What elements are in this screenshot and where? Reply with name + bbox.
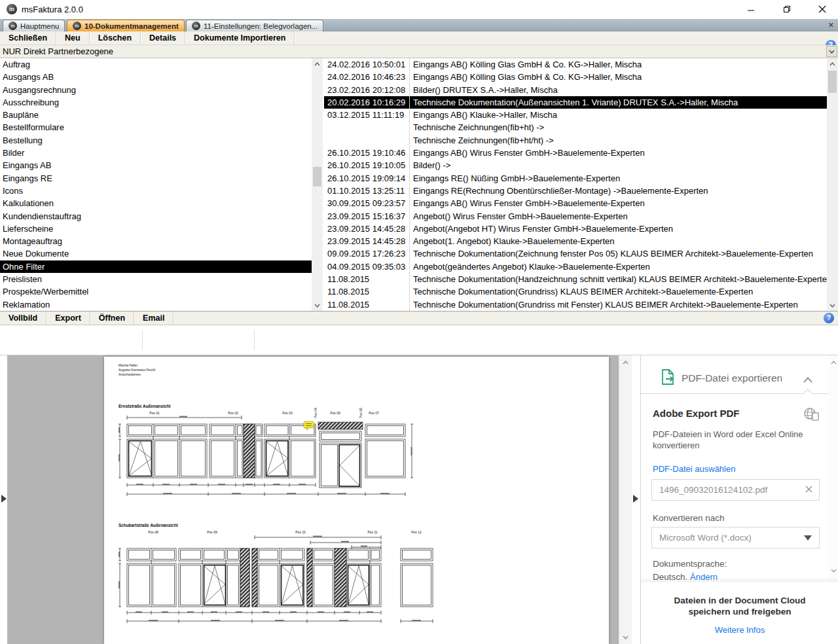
document-row[interactable]: 11.08.2015Technische Dokumentation(Handz… xyxy=(324,273,827,285)
toolbar-button[interactable]: Details xyxy=(141,31,185,45)
category-item[interactable]: Ausgangs AB xyxy=(0,71,321,83)
title-bar: m msFaktura 2.0.0 xyxy=(0,0,838,19)
toolbar-button[interactable]: Neu xyxy=(56,31,90,45)
action-button[interactable]: Email xyxy=(134,312,173,325)
tab-einstellungen[interactable]: m 11-Einstellungen: Belegvorlagen... xyxy=(186,20,323,31)
category-item[interactable]: Bilder xyxy=(0,147,321,159)
format-select[interactable]: Microsoft Word (*.docx) xyxy=(651,527,820,548)
category-scrollbar[interactable] xyxy=(312,58,323,311)
category-item[interactable]: Ausgangsrechnung xyxy=(0,84,321,96)
document-row[interactable]: 23.09.2015 15:16:37Angebot() Wirus Fenst… xyxy=(324,210,827,223)
export-description: PDF-Dateien in Word oder Excel Online ko… xyxy=(653,429,811,451)
restore-button[interactable] xyxy=(773,0,801,18)
document-row[interactable]: 03.12.2015 11:11:19Eingangs AB() Klauke-… xyxy=(324,109,827,121)
document-row[interactable]: 23.02.2016 20:12:08Bilder() DRUTEX S.A.-… xyxy=(324,84,827,96)
category-item[interactable]: Reklamation xyxy=(0,298,321,311)
collapse-panel-icon[interactable] xyxy=(803,374,812,385)
scroll-up-icon[interactable] xyxy=(829,357,838,368)
category-item[interactable]: Bestellung xyxy=(0,134,321,147)
document-date: 11.08.2015 xyxy=(324,298,410,311)
toolbar-button[interactable]: Löschen xyxy=(90,31,141,45)
svg-text:Pos 05: Pos 05 xyxy=(330,411,340,415)
category-item[interactable]: Baupläne xyxy=(0,109,321,121)
document-date: 20.02.2016 10:16:29 xyxy=(324,96,410,109)
document-row[interactable]: 23.09.2015 14:45:28Angebot(Angebot HT) W… xyxy=(324,223,827,235)
document-row[interactable]: 30.09.2015 09:23:57Eingangs AB() Wirus F… xyxy=(324,197,827,209)
document-row[interactable]: 23.09.2015 14:45:28Angebot(1. Angebot) K… xyxy=(324,235,827,247)
category-item[interactable]: Ohne Filter xyxy=(0,260,312,273)
scroll-up-icon[interactable] xyxy=(619,357,632,368)
category-item[interactable]: Lieferscheine xyxy=(0,223,321,235)
document-row[interactable]: 11.08.2015Technische Dokumentation(Grund… xyxy=(324,298,827,311)
document-row[interactable]: Technische Zeichnungen(fib+ht/ht) -> xyxy=(324,134,827,147)
category-item[interactable]: Eingangs RE xyxy=(0,172,321,185)
filter-dropdown-icon[interactable] xyxy=(826,46,837,57)
scroll-down-icon[interactable] xyxy=(827,300,838,311)
category-item[interactable]: Eingangs AB xyxy=(0,159,321,171)
tab-dokumentmanagement[interactable]: m 10-Dokumentmanagement xyxy=(67,20,185,31)
app-icon: m xyxy=(7,4,17,14)
category-item[interactable]: Neue Dokumente xyxy=(0,247,321,260)
expand-left-pane-icon[interactable] xyxy=(1,495,7,503)
clear-file-icon[interactable] xyxy=(799,485,819,495)
document-row[interactable]: 04.09.2015 09:35:03Angebot(geändertes An… xyxy=(324,260,827,273)
action-button[interactable]: Export xyxy=(46,312,90,325)
action-button[interactable]: Vollbild xyxy=(0,312,46,325)
category-item[interactable]: Prospekte/Werbemittel xyxy=(0,285,321,298)
document-title: Technische Dokumentation(Außenansichten … xyxy=(410,96,738,109)
filter-bar[interactable]: NUR Direkt Partnerbezogene xyxy=(0,45,838,58)
minimize-button[interactable] xyxy=(737,0,765,18)
category-item[interactable]: Bestellformulare xyxy=(0,121,321,134)
close-button[interactable] xyxy=(808,0,837,18)
svg-text:Pos 01: Pos 01 xyxy=(149,411,160,415)
category-item[interactable]: Auftrag xyxy=(0,58,321,71)
document-title: Angebot(Angebot HT) Wirus Fenster GmbH->… xyxy=(410,223,673,235)
document-title: Eingangs AB() Klauke->Haller, Mischa xyxy=(410,109,557,121)
document-row[interactable]: 20.02.2016 10:16:29Technische Dokumentat… xyxy=(324,96,827,109)
selected-file-box[interactable]: 1496_09032016124102.pdf xyxy=(651,479,820,501)
document-row[interactable]: 01.10.2015 13:25:11Eingangs RE(Rechnung … xyxy=(324,185,827,197)
document-row[interactable]: 26.10.2015 19:09:14Eingangs RE() Nüßing … xyxy=(324,172,827,185)
pdf-scrollbar[interactable] xyxy=(619,355,632,644)
scroll-thumb[interactable] xyxy=(828,71,837,93)
document-row[interactable]: Technische Zeichnungen(fib+ht) -> xyxy=(324,121,827,134)
document-scrollbar[interactable] xyxy=(827,58,838,311)
promo-more-link[interactable]: Weitere Infos xyxy=(641,625,838,635)
language-value: Deutsch. xyxy=(653,572,687,581)
scroll-down-icon[interactable] xyxy=(829,565,838,576)
category-list: AuftragAusgangs ABAusgangsrechnungAussch… xyxy=(0,58,323,311)
svg-text:Pos 07: Pos 07 xyxy=(369,411,379,415)
tab-hauptmenu[interactable]: m Hauptmenu xyxy=(3,20,65,31)
action-button[interactable]: Öffnen xyxy=(90,312,134,325)
toolbar-button[interactable]: Dokumente Importieren xyxy=(185,31,295,45)
document-row[interactable]: 24.02.2016 10:50:01Eingangs AB() Kölling… xyxy=(324,58,827,71)
category-item[interactable]: Montageauftrag xyxy=(0,235,321,247)
category-item[interactable]: Icons xyxy=(0,185,321,197)
document-row[interactable]: 26.10.2015 19:10:46Eingangs AB() Wirus F… xyxy=(324,147,827,159)
expand-right-pane-icon[interactable] xyxy=(633,495,638,503)
document-row[interactable]: 11.08.2015Technische Dokumentation(Grund… xyxy=(324,285,827,298)
document-row[interactable]: 09.09.2015 17:26:23Technische Dokumentat… xyxy=(324,247,827,260)
select-pdf-link[interactable]: PDF-Datei auswählen xyxy=(653,464,735,474)
scroll-down-icon[interactable] xyxy=(312,300,323,311)
language-change-link[interactable]: Ändern xyxy=(690,572,718,581)
scroll-up-icon[interactable] xyxy=(312,58,323,69)
document-row[interactable]: 24.02.2016 10:46:23Eingangs AB() Kölling… xyxy=(324,71,827,83)
document-date: 11.08.2015 xyxy=(324,273,410,285)
category-item[interactable]: Ausschreibung xyxy=(0,96,321,109)
scroll-thumb[interactable] xyxy=(313,167,321,187)
category-item[interactable]: Preislisten xyxy=(0,273,321,285)
help-icon[interactable]: ? xyxy=(824,313,834,323)
document-date: 03.12.2015 11:11:19 xyxy=(324,109,410,121)
panel-scrollbar[interactable] xyxy=(829,355,838,581)
category-item[interactable]: Kalkulationen xyxy=(0,197,321,209)
svg-text:Pos 02: Pos 02 xyxy=(228,411,238,415)
scroll-down-icon[interactable] xyxy=(619,632,632,643)
category-item[interactable]: Kundendienstauftrag xyxy=(0,210,321,223)
pdf-viewer-area: Mischa Haller Angebot Komission Ferchl A… xyxy=(0,355,838,644)
toolbar-button[interactable]: Schließen xyxy=(0,31,56,45)
scroll-up-icon[interactable] xyxy=(827,58,838,69)
tab-close-icon[interactable]: ✕ xyxy=(828,20,834,29)
pdf-page[interactable]: Mischa Haller Angebot Komission Ferchl A… xyxy=(104,357,609,644)
document-row[interactable]: 26.10.2015 19:10:05Bilder() -> xyxy=(324,159,827,171)
